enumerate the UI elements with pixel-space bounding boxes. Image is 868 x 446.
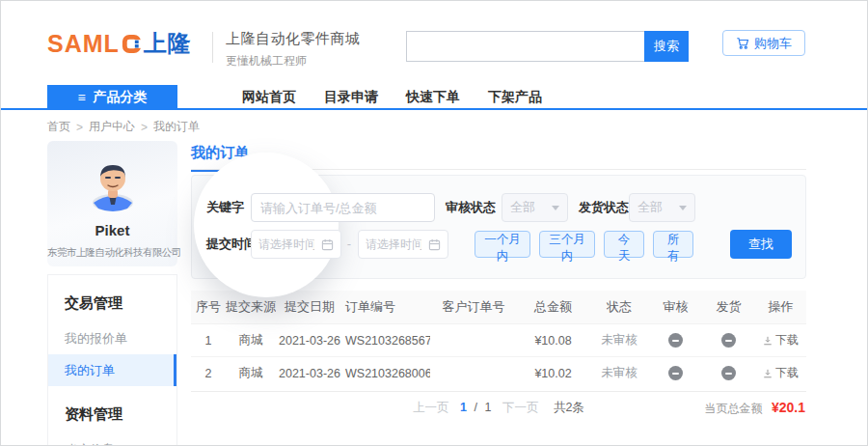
row-order-no: WS21032680061	[343, 367, 430, 380]
nav-item-delisted-products[interactable]: 下架产品	[488, 89, 542, 106]
audit-status-label: 审核状态	[446, 193, 496, 222]
breadcrumb-separator: >	[141, 121, 148, 134]
breadcrumb-separator: >	[76, 121, 83, 134]
total-items: 共2条	[554, 401, 584, 414]
avatar	[81, 153, 145, 216]
title-row: 我的订单	[191, 136, 806, 170]
cart-button[interactable]: 购物车	[722, 30, 805, 56]
range-three-months-button[interactable]: 三个月内	[539, 231, 595, 258]
download-link[interactable]: 下载	[763, 365, 799, 381]
row-date: 2021-03-26	[276, 334, 343, 348]
range-today-button[interactable]: 今天	[604, 231, 644, 258]
page-separator: /	[475, 401, 477, 414]
col-action: 操作	[755, 298, 806, 316]
cart-button-label: 购物车	[754, 35, 792, 52]
next-page-button[interactable]: 下一页	[502, 401, 539, 414]
row-date: 2021-03-26	[276, 367, 343, 380]
site-title: 上隆自动化零件商城	[226, 30, 361, 48]
download-label: 下载	[775, 332, 799, 348]
date-end-input[interactable]	[366, 237, 421, 251]
cart-icon	[736, 37, 749, 50]
product-category-button[interactable]: ≡ 产品分类	[47, 85, 177, 110]
download-link[interactable]: 下载	[763, 332, 799, 348]
company-name: 东莞市上隆自动化科技有限公司	[47, 246, 177, 260]
range-one-month-button[interactable]: 一个月内	[475, 231, 530, 258]
audit-minus-circle-icon	[668, 333, 683, 348]
col-source: 提交来源	[226, 298, 276, 316]
breadcrumb: 首页 > 用户中心 > 我的订单	[47, 119, 200, 135]
pagination: 上一页 1 / 1 下一页 共2条 当页总金额 ¥20.1	[191, 391, 806, 423]
breadcrumb-home[interactable]: 首页	[47, 119, 70, 135]
filter-panel: 关键字 审核状态 全部 发货状态 全部 提交时间 -	[191, 175, 806, 279]
current-page: 1	[460, 401, 467, 414]
keyword-input[interactable]	[251, 193, 435, 222]
logo-o-icon	[121, 33, 143, 55]
table-row: 2 商城 2021-03-26 WS21032680061 ¥10.02 未审核…	[191, 356, 806, 389]
sidebar-item-my-quotations[interactable]: 我的报价单	[48, 322, 176, 354]
header-divider	[212, 32, 213, 63]
row-order-no: WS21032685679	[343, 334, 430, 348]
col-amount: 总金额	[517, 298, 589, 316]
date-range-separator: -	[345, 230, 353, 259]
col-audit: 审核	[649, 298, 702, 316]
menu-section-trade: 交易管理	[48, 275, 176, 322]
nav-item-home[interactable]: 网站首页	[242, 89, 296, 106]
username: Piket	[47, 222, 177, 238]
sidebar-item-my-orders[interactable]: 我的订单	[48, 354, 176, 386]
audit-minus-circle-icon	[668, 366, 683, 380]
col-customer-order-no: 客户订单号	[430, 298, 517, 316]
breadcrumb-user-center[interactable]: 用户中心	[89, 119, 135, 135]
chevron-down-icon	[552, 206, 559, 210]
orders-table: 序号 提交来源 提交日期 订单编号 客户订单号 总金额 状态 审核 发货 操作 …	[191, 291, 806, 389]
calendar-icon	[428, 238, 441, 251]
logo-text-en: SAML	[47, 30, 120, 58]
nav-item-catalog-request[interactable]: 目录申请	[324, 89, 378, 106]
row-amount: ¥10.08	[517, 334, 589, 348]
ship-minus-circle-icon	[721, 333, 736, 348]
prev-page-button[interactable]: 上一页	[413, 401, 449, 414]
col-status: 状态	[589, 298, 649, 316]
quick-range-buttons: 一个月内 三个月内 今天 所有	[475, 231, 693, 258]
date-start-input[interactable]	[258, 237, 314, 251]
product-category-label: 产品分类	[94, 89, 148, 106]
ship-minus-circle-icon	[721, 366, 736, 380]
menu-section-data: 资料管理	[48, 386, 176, 433]
nav-item-quick-order[interactable]: 快速下单	[406, 89, 460, 106]
search-button[interactable]: 搜索	[644, 31, 689, 62]
search-input[interactable]	[406, 31, 644, 62]
status-badge: 未审核	[589, 365, 649, 381]
col-no: 序号	[191, 298, 226, 316]
ship-status-value: 全部	[637, 199, 663, 216]
table-row: 1 商城 2021-03-26 WS21032685679 ¥10.08 未审核…	[191, 323, 806, 356]
page-total-label: 当页总金额	[704, 402, 762, 415]
total-pages: 1	[485, 401, 492, 414]
breadcrumb-my-orders: 我的订单	[153, 119, 200, 135]
search-bar: 搜索	[406, 31, 689, 62]
ship-status-label: 发货状态	[579, 193, 629, 222]
page-title: 我的订单	[191, 144, 249, 172]
date-start-picker[interactable]	[251, 230, 341, 259]
profile-card: Piket 东莞市上隆自动化科技有限公司	[47, 141, 177, 266]
main-content: 我的订单 关键字 审核状态 全部 发货状态 全部 提交时间	[191, 136, 806, 423]
audit-status-select[interactable]: 全部	[502, 193, 568, 222]
hamburger-icon: ≡	[77, 90, 85, 105]
page: SAML 上隆 上隆自动化零件商城 更懂机械工程师 搜索 购物车 ≡ 产品分类 …	[0, 0, 868, 446]
logo[interactable]: SAML 上隆	[47, 28, 192, 59]
date-end-picker[interactable]	[358, 230, 448, 259]
site-slogan: 上隆自动化零件商城 更懂机械工程师	[226, 30, 361, 70]
row-source: 商城	[226, 365, 276, 381]
submit-time-label: 提交时间	[206, 230, 257, 259]
range-all-button[interactable]: 所有	[653, 231, 693, 258]
download-label: 下载	[775, 365, 799, 381]
page-total-value: ¥20.1	[772, 400, 805, 415]
row-no: 1	[191, 334, 226, 348]
audit-status-value: 全部	[510, 199, 535, 216]
find-button[interactable]: 查找	[730, 230, 792, 259]
ship-status-select[interactable]: 全部	[629, 193, 695, 222]
chevron-down-icon	[679, 206, 687, 210]
sidebar-item-account-info[interactable]: 账户信息	[48, 433, 176, 446]
row-no: 2	[191, 367, 226, 380]
row-amount: ¥10.02	[517, 367, 589, 380]
calendar-icon	[321, 238, 334, 251]
main-nav: ≡ 产品分类 网站首页 目录申请 快速下单 下架产品	[1, 85, 868, 110]
